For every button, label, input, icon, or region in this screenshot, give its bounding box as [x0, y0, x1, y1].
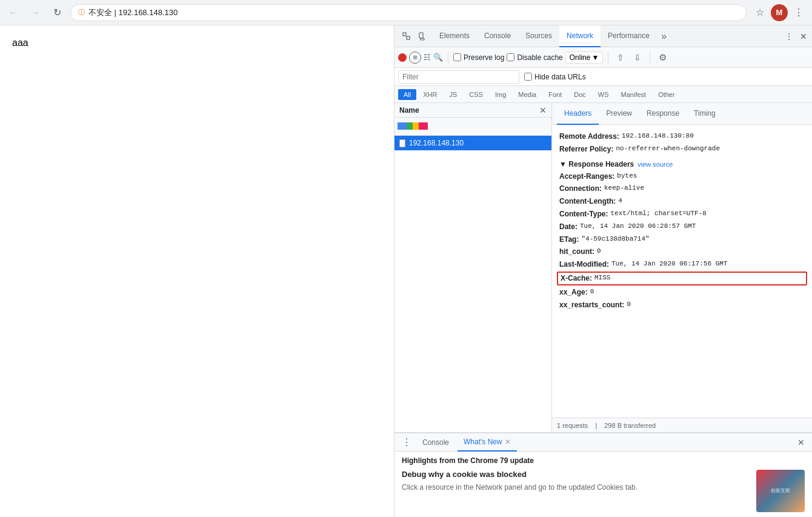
menu-button[interactable]: ⋮ — [790, 4, 807, 21]
bottom-panel-menu[interactable]: ⋮ — [399, 434, 414, 450]
tab-console-bottom[interactable]: Console — [416, 433, 455, 452]
svg-rect-2 — [419, 33, 423, 38]
preview-tab[interactable]: Preview — [599, 103, 639, 125]
bottom-panel-close-button[interactable]: ✕ — [795, 435, 807, 450]
separator3 — [650, 52, 650, 64]
device-icon[interactable] — [415, 29, 430, 44]
url-text: 不安全 | 192.168.148.130 — [88, 7, 739, 18]
devtools-settings-icon[interactable]: ⋮ — [782, 29, 796, 44]
request-name: 192.168.148.130 — [409, 139, 464, 147]
view-source-link[interactable]: view source — [637, 161, 673, 168]
requests-count: 1 requests — [557, 422, 588, 429]
back-button[interactable]: ← — [5, 4, 22, 21]
timing-tab[interactable]: Timing — [687, 103, 723, 125]
waterfall-mini-bars — [398, 122, 428, 130]
record-button[interactable] — [398, 53, 407, 62]
import-button[interactable]: ⇧ — [613, 50, 628, 65]
filter-font[interactable]: Font — [543, 89, 567, 100]
remote-address-row: Remote Address: 192.168.148.130:80 — [559, 131, 805, 142]
devtools-panel: Elements Console Sources Network Perform… — [394, 25, 812, 517]
filter-img[interactable]: Img — [490, 89, 511, 100]
separator-dot: | — [595, 422, 597, 429]
name-column-header: Name — [399, 106, 419, 115]
close-panel-icon[interactable]: ✕ — [539, 105, 547, 115]
whats-new-thumbnail: 创新互联 — [756, 470, 805, 512]
address-bar[interactable]: ⓘ 不安全 | 192.168.148.130 — [70, 4, 747, 21]
tab-elements[interactable]: Elements — [432, 25, 477, 47]
clear-button[interactable]: ⊗ — [409, 52, 421, 64]
transferred-size: 298 B transferred — [604, 422, 656, 429]
tab-console[interactable]: Console — [477, 25, 518, 47]
filter-media[interactable]: Media — [513, 89, 542, 100]
svg-rect-1 — [407, 36, 410, 39]
response-headers-title: ▼ Response Headers view source — [559, 160, 805, 168]
disable-cache-checkbox[interactable]: Disable cache — [507, 53, 562, 62]
filter-xhr[interactable]: XHR — [418, 89, 442, 100]
cookie-debug-text: Click a resource in the Network panel an… — [402, 482, 749, 493]
etag-row: ETag: "4-59c138d8ba714" — [559, 234, 805, 245]
chevron-down-icon: ▼ — [591, 53, 599, 62]
reload-button[interactable]: ↻ — [48, 4, 65, 21]
cookie-debug-title: Debug why a cookie was blocked — [402, 470, 749, 479]
filter-all[interactable]: All — [398, 89, 416, 100]
connection-row: Connection: keep-alive — [559, 183, 805, 195]
export-button[interactable]: ⇩ — [630, 50, 645, 65]
filter-ws[interactable]: WS — [593, 89, 614, 100]
referrer-policy-row: Referrer Policy: no-referrer-when-downgr… — [559, 144, 805, 155]
bottom-content: Highlights from the Chrome 79 update Deb… — [394, 452, 812, 517]
response-tab[interactable]: Response — [639, 103, 687, 125]
filter-other[interactable]: Other — [653, 89, 681, 100]
bottom-panel: ⋮ Console What's New ✕ ✕ Highlights from… — [394, 432, 812, 517]
tab-whats-new[interactable]: What's New ✕ — [458, 433, 517, 452]
page-text: aaa — [12, 38, 28, 48]
svg-rect-0 — [403, 33, 406, 36]
whats-new-title: Highlights from the Chrome 79 update — [402, 456, 805, 465]
forward-button[interactable]: → — [27, 4, 44, 21]
hit-count-row: hit_count: 0 — [559, 246, 805, 258]
tab-network[interactable]: Network — [559, 25, 601, 47]
content-length-row: Content-Length: 4 — [559, 196, 805, 207]
request-row[interactable]: 192.168.148.130 — [394, 136, 551, 150]
filter-manifest[interactable]: Manifest — [616, 89, 652, 100]
hide-data-urls-checkbox[interactable]: Hide data URLs — [524, 73, 586, 81]
request-file-icon — [399, 139, 405, 147]
headers-content: Remote Address: 192.168.148.130:80 Refer… — [552, 125, 812, 418]
whats-new-close-icon[interactable]: ✕ — [505, 438, 511, 446]
search-icon[interactable]: 🔍 — [433, 53, 443, 62]
x-cache-row: X-Cache: MISS — [557, 272, 807, 285]
filter-icon[interactable]: ☷ — [424, 53, 431, 62]
page-content: aaa — [0, 25, 394, 517]
last-modified-row: Last-Modified: Tue, 14 Jan 2020 06:17:56… — [559, 259, 805, 270]
bookmark-button[interactable]: ☆ — [751, 4, 768, 21]
user-avatar[interactable]: M — [771, 4, 788, 21]
headers-tab[interactable]: Headers — [557, 103, 599, 125]
settings-button[interactable]: ⚙ — [655, 50, 670, 65]
inspect-icon[interactable] — [399, 29, 414, 44]
filter-input[interactable] — [398, 70, 519, 84]
filter-doc[interactable]: Doc — [568, 89, 591, 100]
more-tabs-icon[interactable]: » — [657, 29, 671, 44]
throttle-dropdown[interactable]: Online ▼ — [565, 52, 604, 64]
status-bar: 1 requests | 298 B transferred — [552, 418, 812, 432]
devtools-close-button[interactable]: ✕ — [797, 29, 810, 44]
accept-ranges-row: Accept-Ranges: bytes — [559, 171, 805, 182]
preserve-log-checkbox[interactable]: Preserve log — [453, 53, 504, 62]
xx-restarts-count-row: xx_restarts_count: 0 — [559, 299, 805, 311]
tab-sources[interactable]: Sources — [518, 25, 559, 47]
tab-performance[interactable]: Performance — [601, 25, 657, 47]
xx-age-row: xx_Age: 0 — [559, 287, 805, 298]
separator2 — [608, 52, 608, 64]
date-row: Date: Tue, 14 Jan 2020 06:28:57 GMT — [559, 221, 805, 233]
filter-css[interactable]: CSS — [464, 89, 488, 100]
security-icon: ⓘ — [78, 8, 85, 17]
filter-js[interactable]: JS — [444, 89, 462, 100]
content-type-row: Content-Type: text/html; charset=UTF-8 — [559, 208, 805, 220]
separator — [448, 52, 448, 64]
svg-rect-3 — [421, 38, 424, 40]
